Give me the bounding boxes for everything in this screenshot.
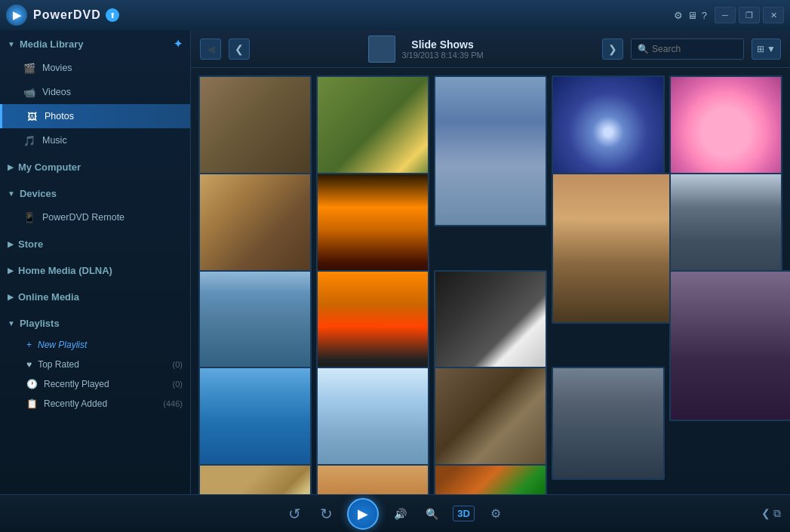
playlists-label: Playlists (20, 318, 60, 329)
rewind-button[interactable]: ↺ (284, 503, 305, 524)
home-media-chevron: ▶ (8, 266, 14, 275)
music-icon: 🎵 (23, 134, 36, 147)
store-label: Store (18, 238, 43, 250)
photo-item[interactable] (198, 270, 312, 383)
recently-added-item[interactable]: 📋 Recently Added (446) (0, 394, 190, 414)
photo-item[interactable] (316, 367, 429, 480)
photo-item[interactable] (434, 464, 547, 494)
store-header[interactable]: ▶ Store (0, 232, 190, 256)
search-icon: 🔍 (638, 44, 649, 54)
photo-item[interactable] (669, 75, 782, 189)
sidebar: ▼ Media Library ✦ 🎬 Movies 📹 Videos 🖼 Ph… (0, 30, 191, 494)
slideshow-thumbnail (368, 35, 395, 63)
photo-item[interactable] (669, 173, 782, 286)
slideshow-text: Slide Shows 3/19/2013 8:14:39 PM (401, 38, 483, 60)
photo-item[interactable] (434, 75, 547, 226)
movies-label: Movies (42, 63, 72, 73)
update-icon[interactable]: ⬆ (106, 8, 119, 22)
titlebar-icons: ⚙ 🖥 ? (674, 10, 707, 21)
photo-item[interactable] (198, 367, 312, 480)
library-star-icon: ✦ (174, 38, 183, 50)
home-media-label: Home Media (DLNA) (18, 265, 112, 276)
home-media-header[interactable]: ▶ Home Media (DLNA) (0, 259, 190, 282)
monitor-icon[interactable]: 🖥 (687, 10, 697, 21)
zoom-button[interactable]: 🔍 (421, 503, 442, 524)
sidebar-item-photos[interactable]: 🖼 Photos (0, 104, 190, 128)
fast-forward-button[interactable]: ↻ (315, 503, 337, 524)
next-button[interactable]: ❯ (602, 38, 623, 60)
playlists-chevron: ▼ (8, 319, 15, 328)
view-toggle-button[interactable]: ⊞ ▼ (752, 38, 781, 60)
restore-button[interactable]: ❐ (739, 7, 760, 23)
my-computer-header[interactable]: ▶ My Computer (0, 155, 190, 179)
online-media-header[interactable]: ▶ Online Media (0, 285, 190, 309)
photo-item[interactable] (198, 173, 312, 286)
heart-icon: ♥ (26, 359, 32, 370)
online-media-chevron: ▶ (8, 293, 14, 301)
recently-played-item[interactable]: 🕐 Recently Played (0) (0, 374, 190, 394)
settings-button[interactable]: ⚙ (485, 503, 506, 524)
sidebar-item-music[interactable]: 🎵 Music (0, 128, 190, 152)
home-media-section: ▶ Home Media (DLNA) (0, 257, 190, 284)
close-button[interactable]: ✕ (763, 7, 784, 23)
photos-icon: 🖼 (25, 109, 38, 123)
sidebar-item-powerdvd-remote[interactable]: 📱 PowerDVD Remote (0, 205, 190, 229)
top-rated-item[interactable]: ♥ Top Rated (0) (0, 355, 190, 374)
videos-label: Videos (42, 87, 71, 97)
photo-grid (191, 68, 790, 494)
photo-item[interactable] (316, 464, 429, 494)
3d-badge[interactable]: 3D (453, 506, 475, 521)
main-area: ▼ Media Library ✦ 🎬 Movies 📹 Videos 🖼 Ph… (0, 30, 790, 494)
devices-label: Devices (20, 188, 57, 199)
online-media-label: Online Media (18, 291, 79, 303)
photo-item[interactable] (434, 367, 547, 480)
new-playlist-item[interactable]: + New Playlist (0, 335, 190, 355)
photo-item[interactable] (316, 75, 429, 189)
app-logo: ▶ (6, 5, 27, 26)
photo-item[interactable] (198, 75, 312, 189)
slideshow-title: Slide Shows (401, 38, 483, 51)
content-header: ◀ ❮ Slide Shows 3/19/2013 8:14:39 PM ❯ 🔍… (191, 30, 790, 68)
recently-added-label: Recently Added (44, 398, 107, 409)
playlists-section: ▼ Playlists + New Playlist ♥ Top Rated (… (0, 310, 190, 415)
photo-item[interactable] (198, 464, 312, 494)
new-playlist-label: New Playlist (38, 340, 87, 350)
photo-item[interactable] (316, 270, 429, 383)
play-button[interactable]: ▶ (347, 498, 379, 530)
view-dropdown-arrow: ▼ (767, 44, 776, 54)
minimize-button[interactable]: ─ (715, 7, 736, 23)
devices-section: ▼ Devices 📱 PowerDVD Remote (0, 180, 190, 231)
pip-button[interactable]: ⧉ (773, 507, 781, 520)
bottom-bar: ↺ ↻ ▶ 🔊 🔍 3D ⚙ ❮ ⧉ (0, 494, 790, 532)
devices-header[interactable]: ▼ Devices (0, 182, 190, 205)
expand-controls: ❮ ⧉ (761, 507, 781, 520)
prev-button[interactable]: ❮ (229, 38, 250, 60)
slideshow-info: Slide Shows 3/19/2013 8:14:39 PM (257, 35, 595, 63)
remote-icon: 📱 (23, 211, 36, 224)
volume-button[interactable]: 🔊 (389, 503, 410, 524)
search-input[interactable] (652, 44, 737, 54)
recently-played-label: Recently Played (44, 379, 109, 389)
help-icon[interactable]: ? (702, 10, 707, 21)
powerdvd-remote-label: PowerDVD Remote (42, 212, 124, 223)
media-library-section: ▼ Media Library ✦ 🎬 Movies 📹 Videos 🖼 Ph… (0, 30, 190, 154)
photo-item[interactable] (316, 173, 429, 286)
photo-item[interactable] (552, 75, 665, 189)
playlists-header[interactable]: ▼ Playlists (0, 312, 190, 335)
media-library-header[interactable]: ▼ Media Library ✦ (0, 32, 190, 56)
back-button[interactable]: ◀ (200, 38, 221, 60)
photo-item[interactable] (434, 270, 547, 383)
photos-label: Photos (45, 111, 74, 121)
photo-item[interactable] (552, 367, 665, 480)
videos-icon: 📹 (23, 85, 36, 99)
grid-view-icon: ⊞ (757, 44, 764, 54)
sidebar-item-videos[interactable]: 📹 Videos (0, 80, 190, 104)
window-controls: ─ ❐ ✕ (715, 7, 784, 23)
settings-icon[interactable]: ⚙ (674, 10, 683, 21)
photo-item[interactable] (669, 270, 790, 421)
online-media-section: ▶ Online Media (0, 284, 190, 310)
sidebar-item-movies[interactable]: 🎬 Movies (0, 56, 190, 80)
content-area: ◀ ❮ Slide Shows 3/19/2013 8:14:39 PM ❯ 🔍… (191, 30, 790, 494)
titlebar: ▶ PowerDVD ⬆ ⚙ 🖥 ? ─ ❐ ✕ (0, 0, 790, 30)
expand-left-button[interactable]: ❮ (761, 507, 770, 520)
